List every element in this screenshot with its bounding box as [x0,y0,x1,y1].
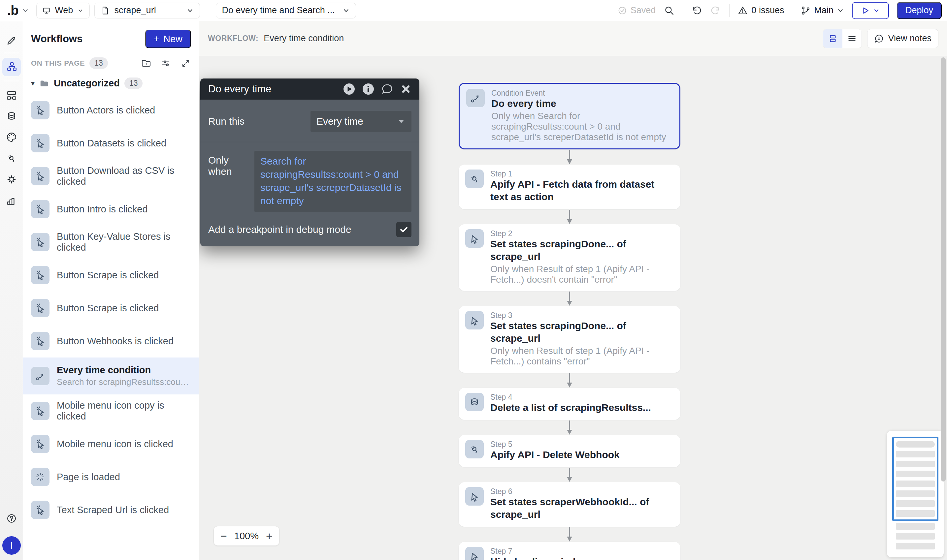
help-button[interactable] [1,508,22,529]
platform-select[interactable]: Web [36,3,90,18]
workflow-select[interactable]: Do every time and Search ... [216,3,356,18]
branch-select[interactable]: Main [800,5,844,16]
styles-tab[interactable] [1,127,22,148]
user-avatar[interactable]: I [2,536,21,555]
issues-indicator[interactable]: 0 issues [738,5,784,16]
plug-icon [465,440,484,458]
run-this-select[interactable]: Every time [311,111,411,132]
undo-icon[interactable] [691,5,702,16]
workflow-header-label: WORKFLOW: [208,34,259,43]
cursor-click-icon [31,332,49,350]
plugins-tab[interactable] [1,148,22,169]
caret-down-icon [397,117,405,126]
workflow-list-item[interactable]: Mobile menu icon copy is clicked [23,394,199,428]
minimap-viewport[interactable] [892,437,938,521]
workflow-list-item[interactable]: Button Intro is clicked [23,192,199,226]
workflow-tab[interactable] [2,58,21,76]
workflow-list-item[interactable]: Text Scraped Url is clicked [23,493,199,526]
workflow-flow: Condition Event Do every time Only when … [459,56,681,560]
on-this-page-label: ON THIS PAGE [31,59,85,68]
panel-title: Workflows [31,33,83,45]
logs-tab[interactable] [1,190,22,211]
database-icon [6,111,17,122]
property-editor-dialog: Do every time [200,78,419,246]
workflow-select-value: Do every time and Search ... [222,5,338,15]
run-icon[interactable] [343,83,356,95]
event-node[interactable]: Condition Event Do every time Only when … [459,83,681,149]
page-select[interactable]: scrape_url [94,3,200,18]
issues-count: 0 issues [751,5,784,15]
canvas-scrollbar[interactable] [941,57,946,482]
workflow-list-item[interactable]: Button Scrape is clicked [23,292,199,325]
question-icon [6,513,17,524]
workflow-list-item[interactable]: Button Webhooks is clicked [23,325,199,357]
new-workflow-button[interactable]: + New [145,30,191,48]
workflow-list-item[interactable]: Mobile menu icon is clicked [23,428,199,460]
play-icon [861,6,870,15]
step-node[interactable]: Step 1 Apify API - Fetch data from datas… [459,165,681,209]
deploy-button[interactable]: Deploy [897,2,942,19]
workflow-list-item-selected[interactable]: Every time condition Search for scraping… [23,357,199,394]
platform-select-value: Web [55,5,73,15]
search-icon[interactable] [664,5,675,16]
workflow-list-item[interactable]: Button Scrape is clicked [23,258,199,292]
workflow-list-item[interactable]: Button Download as CSV is clicked [23,160,199,192]
preview-button[interactable] [852,2,889,19]
workflow-list-item[interactable]: Button Datasets is clicked [23,127,199,160]
gear-icon [6,174,17,185]
reusables-tab[interactable] [1,85,22,106]
expand-icon[interactable] [180,58,191,69]
flow-arrow-icon [565,291,573,306]
data-tab[interactable] [1,106,22,127]
breakpoint-checkbox[interactable] [396,222,411,237]
cursor-click-icon [31,134,49,152]
dialog-title: Do every time [208,83,271,95]
cards-view-button[interactable] [823,29,842,48]
view-notes-button[interactable]: View notes [867,29,938,48]
folder-row-uncategorized[interactable]: ▾ Uncategorized 13 [23,71,199,92]
toolbar-divider [683,4,683,17]
chevron-down-icon [186,7,194,14]
workflow-canvas: WORKFLOW: Every time condition [199,21,947,560]
workflow-list-item[interactable]: Button Actors is clicked [23,94,199,127]
folder-plus-icon[interactable] [141,58,151,69]
saved-check-icon [617,6,627,15]
comment-icon[interactable] [381,83,394,95]
step-node[interactable]: Step 7 Hide loading_circle [459,542,681,560]
view-mode-toggle [823,29,862,48]
plug-icon [6,153,17,164]
zoom-in-button[interactable]: + [266,530,273,542]
database-icon [465,393,484,411]
list-view-button[interactable] [842,29,862,48]
cursor-click-icon [31,266,49,284]
cursor-arrow-icon [465,311,484,329]
filter-sliders-icon[interactable] [161,58,171,69]
close-icon[interactable] [400,83,411,95]
plug-icon [465,169,484,188]
step-node[interactable]: Step 3 Set states scrapingDone... of scr… [459,306,681,373]
flow-arrow-icon [565,527,573,542]
list-view-icon [847,34,857,43]
cursor-click-icon [31,200,49,218]
workflow-list-item[interactable]: Button Key-Value Stores is clicked [23,226,199,258]
bubble-logo: b [7,3,18,18]
step-node[interactable]: Step 6 Set states scraperWebhookId... of… [459,482,681,527]
zoom-control: − 100% + [214,526,279,546]
step-node[interactable]: Step 2 Set states scrapingDone... of scr… [459,224,681,291]
design-tab[interactable] [1,28,22,49]
redo-icon[interactable] [710,5,721,16]
editor-nav-rail: I [0,21,23,560]
zoom-out-button[interactable]: − [220,530,227,542]
step-node[interactable]: Step 4 Delete a list of scrapingResultss… [459,388,681,420]
dialog-header[interactable]: Do every time [200,78,419,100]
only-when-expression[interactable]: Search for scrapingResultss:count > 0 an… [254,151,411,212]
info-icon[interactable] [362,83,374,95]
settings-tab[interactable] [1,169,22,190]
app-menu[interactable]: b [5,3,32,18]
step-node[interactable]: Step 5 Apify API - Delete Webhook [459,435,681,467]
toolbar-divider [729,4,730,17]
caret-down-icon[interactable]: ▾ [31,79,35,88]
workflow-list-item[interactable]: Page is loaded [23,460,199,493]
minimap[interactable] [887,431,944,557]
check-icon [399,225,409,234]
